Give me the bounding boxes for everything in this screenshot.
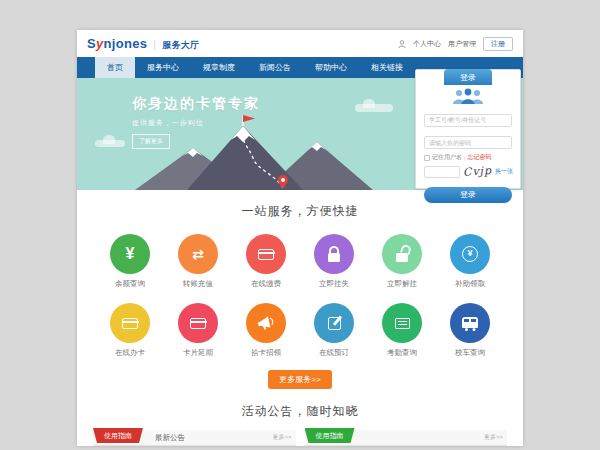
announcements-right-panel: 使用指南 更多>> bbox=[305, 430, 508, 446]
service-item[interactable]: 在线办卡 bbox=[96, 303, 164, 358]
forgot-password-link[interactable]: 忘记密码 bbox=[468, 153, 492, 162]
service-item[interactable]: 立即解挂 bbox=[368, 234, 436, 289]
more-link[interactable]: 更多>> bbox=[272, 433, 291, 442]
service-item[interactable]: ¥补助领取 bbox=[436, 234, 504, 289]
service-circle bbox=[246, 234, 286, 274]
password-input[interactable] bbox=[424, 136, 512, 149]
service-circle bbox=[382, 234, 422, 274]
service-label: 校车查询 bbox=[436, 348, 504, 358]
edit-icon bbox=[328, 317, 341, 330]
yen-icon: ¥ bbox=[126, 245, 135, 263]
service-label: 拾卡招领 bbox=[232, 348, 300, 358]
logo-divider: | bbox=[153, 39, 156, 50]
captcha-input[interactable] bbox=[424, 166, 460, 178]
divider: | bbox=[464, 155, 466, 161]
captcha-refresh-link[interactable]: 换一张 bbox=[495, 167, 513, 176]
service-label: 在线缴费 bbox=[232, 279, 300, 289]
service-circle bbox=[246, 303, 286, 343]
coin-icon: ¥ bbox=[462, 246, 478, 262]
logo[interactable]: Synjones|服务大厅 bbox=[87, 36, 199, 52]
more-services-button[interactable]: 更多服务>> bbox=[268, 370, 331, 389]
services-section: 一站服务，方便快捷 ¥余额查询 ⇄转账充值 在线缴费 立即挂失 立即解挂 ¥补助… bbox=[77, 190, 523, 403]
logo-text-rest: njones bbox=[104, 36, 148, 51]
service-label: 补助领取 bbox=[436, 279, 504, 289]
list-icon bbox=[395, 318, 410, 329]
more-link[interactable]: 更多>> bbox=[484, 433, 503, 442]
nav-item-home[interactable]: 首页 bbox=[95, 57, 135, 78]
users-group-icon bbox=[424, 88, 512, 104]
service-item[interactable]: 在线预订 bbox=[300, 303, 368, 358]
cloud-shape bbox=[95, 140, 125, 147]
login-panel: 登录 记住用户名 | 忘记密码 Cvjp 换一张 登录 bbox=[415, 69, 521, 189]
service-item[interactable]: ¥余额查询 bbox=[96, 234, 164, 289]
remember-checkbox[interactable] bbox=[424, 155, 430, 161]
service-label: 考勤查询 bbox=[368, 348, 436, 358]
hero-title: 你身边的卡管专家 bbox=[132, 95, 260, 113]
lock-icon bbox=[328, 253, 340, 262]
logo-text: S bbox=[87, 36, 96, 51]
bank-card-icon bbox=[190, 318, 206, 329]
nav-item-links[interactable]: 相关链接 bbox=[359, 57, 415, 78]
hero-banner: 你身边的卡管专家 提供服务，一步到位 了解更多 登录 bbox=[77, 78, 523, 190]
bank-card-icon bbox=[258, 249, 274, 260]
service-label: 余额查询 bbox=[96, 279, 164, 289]
service-circle bbox=[178, 303, 218, 343]
guide-ribbon-tab[interactable]: 使用指南 bbox=[305, 428, 355, 443]
remember-label: 记住用户名 bbox=[432, 153, 462, 162]
nav-item-news[interactable]: 新闻公告 bbox=[247, 57, 303, 78]
login-submit-button[interactable]: 登录 bbox=[424, 187, 512, 203]
service-circle bbox=[110, 303, 150, 343]
nav-item-help[interactable]: 帮助中心 bbox=[303, 57, 359, 78]
bank-card-icon bbox=[122, 318, 138, 329]
portal-name: 服务大厅 bbox=[162, 40, 199, 50]
nav-item-rules[interactable]: 规章制度 bbox=[191, 57, 247, 78]
service-circle bbox=[450, 303, 490, 343]
service-circle: ⇄ bbox=[178, 234, 218, 274]
user-manage-link[interactable]: 用户管理 bbox=[448, 39, 476, 49]
service-label: 转账充值 bbox=[164, 279, 232, 289]
nav-item-service-center[interactable]: 服务中心 bbox=[135, 57, 191, 78]
service-label: 在线办卡 bbox=[96, 348, 164, 358]
captcha-image[interactable]: Cvjp bbox=[463, 164, 493, 179]
announcements-section: 活动公告，随时知晓 使用指南 最新公告 更多>> 使用指南 更多>> bbox=[77, 403, 523, 446]
hero-subtitle: 提供服务，一步到位 bbox=[132, 118, 260, 128]
service-item[interactable]: 卡片延期 bbox=[164, 303, 232, 358]
unlock-icon bbox=[396, 253, 408, 262]
service-circle bbox=[314, 234, 354, 274]
service-label: 立即解挂 bbox=[368, 279, 436, 289]
page: Synjones|服务大厅 个人中心 用户管理 注册 首页 服务中心 规章制度 … bbox=[77, 30, 523, 446]
hero-cta-button[interactable]: 了解更多 bbox=[132, 134, 170, 149]
service-label: 在线预订 bbox=[300, 348, 368, 358]
announcements-title: 活动公告，随时知晓 bbox=[77, 403, 523, 420]
service-item[interactable]: 考勤查询 bbox=[368, 303, 436, 358]
services-title: 一站服务，方便快捷 bbox=[77, 203, 523, 220]
login-tab[interactable]: 登录 bbox=[444, 69, 492, 85]
service-circle bbox=[314, 303, 354, 343]
user-icon bbox=[398, 40, 406, 48]
service-item[interactable]: 立即挂失 bbox=[300, 234, 368, 289]
service-item[interactable]: 拾卡招领 bbox=[232, 303, 300, 358]
service-circle bbox=[382, 303, 422, 343]
register-button[interactable]: 注册 bbox=[483, 37, 513, 51]
megaphone-icon bbox=[256, 314, 276, 331]
logo-accent: y bbox=[96, 36, 104, 51]
guide-ribbon-tab[interactable]: 使用指南 bbox=[93, 428, 143, 443]
announcements-left-panel: 使用指南 最新公告 更多>> bbox=[93, 430, 296, 446]
transfer-icon: ⇄ bbox=[192, 246, 204, 262]
bus-icon bbox=[462, 317, 478, 328]
service-item[interactable]: 校车查询 bbox=[436, 303, 504, 358]
service-circle: ¥ bbox=[450, 234, 490, 274]
services-grid: ¥余额查询 ⇄转账充值 在线缴费 立即挂失 立即解挂 ¥补助领取 在线办卡 卡片… bbox=[96, 234, 504, 358]
latest-news-tab[interactable]: 最新公告 bbox=[155, 433, 185, 443]
service-circle: ¥ bbox=[110, 234, 150, 274]
personal-center-link[interactable]: 个人中心 bbox=[413, 39, 441, 49]
service-item[interactable]: ⇄转账充值 bbox=[164, 234, 232, 289]
header: Synjones|服务大厅 个人中心 用户管理 注册 bbox=[77, 30, 523, 57]
service-label: 立即挂失 bbox=[300, 279, 368, 289]
service-label: 卡片延期 bbox=[164, 348, 232, 358]
username-input[interactable] bbox=[424, 114, 512, 127]
service-item[interactable]: 在线缴费 bbox=[232, 234, 300, 289]
cloud-shape bbox=[355, 104, 393, 112]
